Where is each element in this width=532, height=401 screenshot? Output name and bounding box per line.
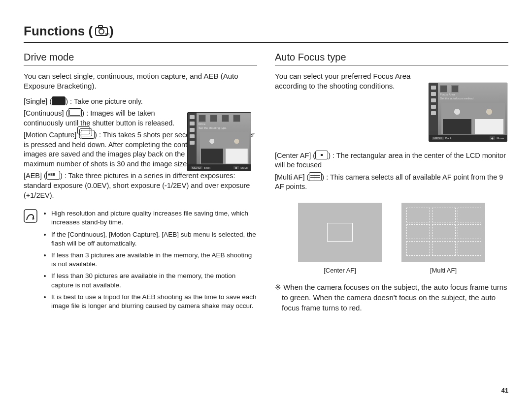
camera-fn-icon: Fn (95, 25, 109, 38)
lcd-option-icon (199, 115, 206, 122)
svg-point-2 (99, 29, 104, 34)
lcd-back-label: Back (204, 166, 210, 169)
af-type-list: [Center AF] () : The rectangular area in… (275, 151, 508, 192)
drive-aeb-row: [AEB] () : Take three pictures in a seri… (24, 171, 257, 200)
menu-badge-icon: MENU (191, 166, 202, 169)
note-list: High resolution and picture quality incr… (43, 209, 257, 313)
drive-motion-label: [Motion Capture] (24, 131, 76, 139)
note-item: High resolution and picture quality incr… (51, 209, 257, 227)
af-captions: [Center AF] [Multi AF] (275, 267, 508, 274)
note-item: If the [Continuous], [Motion Capture], [… (51, 230, 257, 248)
note-item: If less than 3 pictures are available in… (51, 251, 257, 269)
drive-continuous-label: [Continuous] (24, 109, 64, 117)
multi-af-caption: [Multi AF] (401, 267, 485, 274)
drive-single-label: [Single] (24, 97, 47, 105)
lcd-option-icon (440, 85, 447, 93)
nav-badge-icon: ◆ (233, 166, 239, 169)
lcd-drive-sub: Set the shooting type. (199, 126, 227, 130)
svg-rect-4 (24, 210, 37, 222)
center-af-diagram (298, 203, 382, 262)
center-af-icon (315, 151, 328, 159)
lcd-option-icon (210, 115, 217, 122)
center-af-rect-icon (327, 223, 353, 242)
aeb-icon (46, 171, 60, 180)
nav-badge-icon: ◆ (490, 136, 495, 140)
multi-af-grid-icon (406, 208, 480, 257)
lcd-focus-sub: Set the autofocus method. (440, 97, 474, 100)
lcd-focus-label: Focus Area (440, 93, 455, 96)
drive-continuous-row: [Continuous] () : Images will be taken c… (24, 108, 191, 128)
lcd-move-label: Move (240, 166, 248, 169)
drive-notes: High resolution and picture quality incr… (24, 209, 257, 313)
svg-text:Fn: Fn (105, 32, 109, 36)
note-icon (24, 209, 37, 313)
single-icon (52, 96, 66, 105)
af-multi-row: [Multi AF] () : This camera selects all … (275, 172, 508, 192)
af-center-label: [Center AF] (275, 152, 311, 159)
lcd-drive-label: Drive (199, 123, 205, 126)
note-item: If less than 30 pictures are available i… (51, 272, 257, 289)
lcd-back-label: Back (445, 137, 452, 140)
svg-rect-1 (99, 26, 102, 28)
multi-af-icon (309, 172, 322, 181)
continuous-icon (68, 108, 82, 117)
af-type-intro: You can select your preferred Focus Area… (275, 71, 432, 92)
drive-single-row: [Single] () : Take one picture only. (24, 96, 191, 107)
multi-af-diagram (401, 203, 485, 262)
af-footnote: ※ When the camera focuses on the subject… (275, 282, 508, 313)
lcd-option-icon (233, 115, 240, 122)
af-center-row: [Center AF] () : The rectangular area in… (275, 151, 508, 170)
drive-mode-lcd-preview: Drive Set the shooting type. MENUBack ◆M… (187, 112, 251, 171)
af-diagrams (275, 203, 508, 262)
af-type-heading: Auto Focus type (275, 52, 508, 65)
manual-page: Functions ( Fn ) Drive mode You can sele… (0, 0, 532, 401)
page-title-row: Functions ( Fn ) (24, 24, 508, 43)
lcd-move-label: Move (497, 137, 504, 140)
left-column: Drive mode You can select single, contin… (24, 52, 257, 313)
page-title: Functions ( (24, 24, 93, 39)
lcd-option-icon (451, 85, 459, 93)
drive-mode-heading: Drive mode (24, 52, 257, 65)
af-multi-label: [Multi AF] (275, 173, 304, 181)
lcd-option-icon (222, 115, 229, 122)
center-af-caption: [Center AF] (298, 267, 382, 274)
page-number: 41 (501, 387, 508, 394)
note-item: It is best to use a tripod for the AEB s… (51, 293, 257, 310)
drive-single-desc: : Take one picture only. (70, 97, 143, 105)
drive-aeb-label: [AEB] (24, 172, 42, 180)
af-type-lcd-preview: Focus Area Set the autofocus method. MEN… (429, 83, 507, 142)
motion-capture-icon (81, 130, 95, 139)
drive-mode-intro: You can select single, continuous, motio… (24, 71, 250, 92)
menu-badge-icon: MENU (432, 137, 444, 140)
page-title-end: ) (109, 24, 114, 39)
